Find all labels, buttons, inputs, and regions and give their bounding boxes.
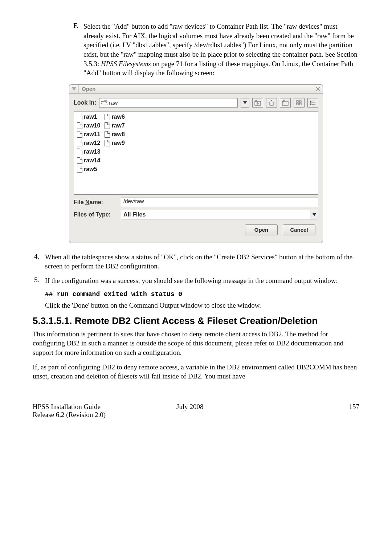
body-paragraph: This information is pertinent to sites t…	[33, 329, 359, 357]
body-paragraph: If, as part of configuring DB2 to deny r…	[33, 362, 359, 381]
file-label: raw9	[111, 140, 124, 146]
file-col-2: raw6 raw7 raw8 raw9	[105, 114, 124, 173]
filetype-value: All Files	[121, 211, 310, 218]
svg-rect-9	[282, 101, 288, 105]
list-item-5: 5. If the configuration was a success, y…	[45, 276, 359, 285]
list-item[interactable]: raw1	[77, 114, 100, 120]
lookin-row: Look In: raw	[74, 98, 318, 108]
section-heading: 5.3.1.5.1. Remote DB2 Client Access & Fi…	[33, 315, 359, 327]
file-icon	[77, 140, 82, 146]
open-dialog: Open Look In: raw	[69, 84, 323, 243]
list-number: 5.	[34, 276, 39, 284]
list-item[interactable]: raw5	[77, 166, 100, 173]
code-output: ## run command exited with status 0	[45, 291, 359, 298]
lookin-combo[interactable]: raw	[99, 98, 238, 108]
svg-marker-4	[101, 102, 107, 105]
filename-label-key: N	[85, 199, 90, 205]
file-icon	[77, 122, 82, 129]
cancel-button-label: Cancel	[290, 227, 308, 233]
filename-input[interactable]: /dev/raw	[121, 198, 318, 207]
file-list[interactable]: raw1 raw10 raw11 raw12 raw13 raw14 raw5 …	[74, 111, 318, 195]
filename-value: /dev/raw	[123, 198, 144, 204]
footer-release: Release 6.2 (Revision 2.0)	[33, 411, 176, 419]
svg-rect-15	[310, 101, 311, 102]
filename-label: File Name:	[74, 199, 117, 206]
svg-rect-12	[299, 101, 301, 102]
list-text: Select the "Add" button to add "raw devi…	[83, 23, 358, 77]
lookin-value: raw	[109, 100, 236, 106]
svg-rect-11	[297, 101, 298, 102]
list-text-italic: HPSS Filesystems	[101, 60, 151, 68]
file-label: raw8	[111, 131, 124, 138]
file-icon	[77, 131, 82, 138]
file-label: raw11	[84, 131, 100, 138]
close-icon[interactable]	[313, 85, 323, 93]
dialog-titlebar: Open	[69, 85, 323, 94]
chevron-down-icon	[310, 210, 318, 219]
file-icon	[105, 131, 110, 138]
list-item[interactable]: raw7	[105, 122, 124, 129]
filetype-label-post: ype:	[99, 211, 111, 218]
page-footer: HPSS Installation Guide Release 6.2 (Rev…	[33, 403, 359, 419]
svg-rect-17	[310, 102, 311, 104]
list-item[interactable]: raw6	[105, 114, 124, 120]
lookin-label-pre: Look	[74, 100, 89, 106]
filetype-label-key: T	[95, 211, 99, 218]
dialog-button-row: Open Cancel	[74, 219, 318, 240]
lookin-label-post: n:	[91, 100, 96, 106]
file-col-1: raw1 raw10 raw11 raw12 raw13 raw14 raw5	[77, 114, 100, 173]
list-item[interactable]: raw10	[77, 122, 100, 129]
open-button[interactable]: Open	[245, 224, 278, 235]
filetype-row: Files of Type: All Files	[74, 210, 318, 219]
file-label: raw13	[84, 149, 100, 155]
open-button-label: Open	[254, 227, 268, 233]
filename-row: File Name: /dev/raw	[74, 198, 318, 207]
list-item-F: F. Select the "Add" button to add "raw d…	[83, 22, 359, 78]
list-letter: F.	[73, 22, 78, 30]
list-item[interactable]: raw13	[77, 149, 100, 155]
file-icon	[105, 122, 110, 129]
window-menu-icon[interactable]	[69, 85, 79, 93]
svg-rect-14	[299, 103, 301, 105]
icon-view-icon[interactable]	[294, 98, 305, 108]
file-label: raw6	[111, 114, 124, 120]
lookin-dropdown-arrow-icon[interactable]	[241, 98, 249, 108]
filename-label-pre: File	[74, 199, 85, 205]
list-item[interactable]: raw9	[105, 140, 124, 146]
home-icon[interactable]	[266, 98, 277, 108]
list-text: If the configuration was a success, you …	[45, 277, 338, 284]
list-item[interactable]: raw8	[105, 131, 124, 138]
svg-marker-21	[313, 213, 316, 216]
file-label: raw14	[84, 157, 100, 164]
svg-marker-5	[243, 101, 247, 104]
file-label: raw12	[84, 140, 100, 146]
list-item[interactable]: raw11	[77, 131, 100, 138]
file-icon	[77, 114, 82, 120]
file-icon	[77, 149, 82, 155]
file-icon	[105, 140, 110, 146]
list-item[interactable]: raw14	[77, 157, 100, 164]
list-number: 4.	[34, 252, 39, 260]
filetype-label-pre: Files of	[74, 211, 95, 218]
cancel-button[interactable]: Cancel	[283, 224, 315, 235]
file-label: raw7	[111, 122, 124, 129]
file-icon	[105, 114, 110, 120]
footer-page-number: 157	[261, 403, 359, 419]
file-icon	[77, 166, 82, 173]
filename-label-post: ame:	[90, 199, 103, 205]
new-folder-icon[interactable]	[280, 98, 291, 108]
svg-rect-13	[297, 103, 298, 105]
filetype-select[interactable]: All Files	[121, 210, 318, 219]
list-view-icon[interactable]	[307, 98, 318, 108]
svg-marker-0	[72, 87, 76, 91]
folder-open-icon	[101, 100, 107, 105]
file-label: raw5	[84, 166, 97, 173]
up-folder-icon[interactable]	[252, 98, 263, 108]
list-item-4: 4. When all the tablespaces show a statu…	[45, 252, 359, 271]
list-item[interactable]: raw12	[77, 140, 100, 146]
svg-rect-19	[310, 104, 311, 105]
list-text: When all the tablespaces show a status o…	[45, 253, 352, 270]
file-icon	[77, 157, 82, 164]
file-label: raw10	[84, 122, 100, 129]
svg-marker-8	[269, 100, 274, 105]
